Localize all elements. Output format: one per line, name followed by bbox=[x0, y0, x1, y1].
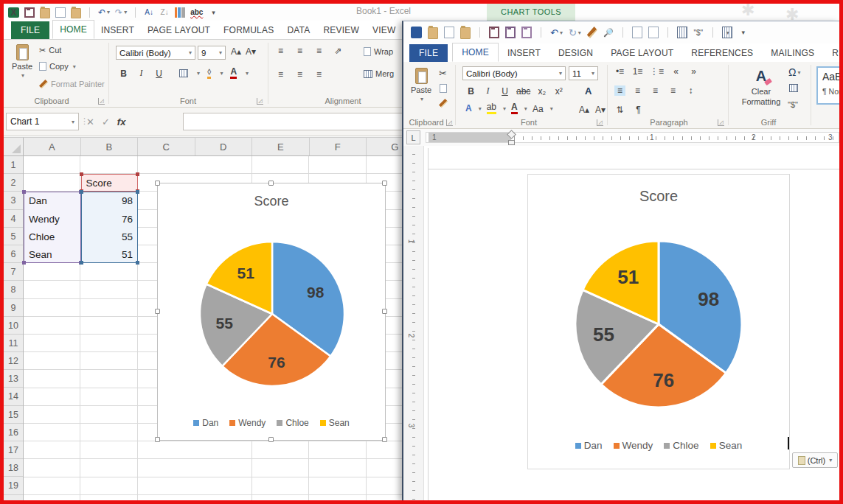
cell-B2[interactable]: Score bbox=[82, 175, 138, 192]
row-header-13[interactable]: 13 bbox=[4, 370, 23, 388]
cell-B3[interactable]: 98 bbox=[82, 192, 138, 210]
font-size-combo[interactable]: 9▾ bbox=[198, 46, 226, 60]
chart-value-source-range[interactable]: 98765551 bbox=[81, 192, 139, 263]
folder-icon[interactable] bbox=[460, 27, 471, 39]
list-1[interactable]: 1≡ bbox=[632, 66, 643, 77]
align-3[interactable]: ≡ bbox=[667, 85, 679, 96]
dropdown-arrow[interactable]: ▾ bbox=[107, 9, 110, 15]
chart-legend[interactable]: DanWendyChloeSean bbox=[528, 440, 789, 451]
excel-tab-view[interactable]: VIEW bbox=[366, 21, 402, 39]
format-painter-button[interactable]: Format Painter bbox=[39, 78, 105, 90]
dropdown-arrow[interactable]: ▾ bbox=[124, 9, 127, 15]
word-tab-file[interactable]: FILE bbox=[409, 44, 448, 62]
font-dialog-launcher[interactable]: ◿ bbox=[597, 119, 603, 126]
format-1[interactable]: I bbox=[482, 85, 493, 97]
wrap-text-button[interactable]: Wrap bbox=[364, 46, 393, 57]
open-folder-icon[interactable] bbox=[428, 27, 438, 39]
row-header-11[interactable]: 11 bbox=[4, 335, 23, 352]
open-folder-icon[interactable] bbox=[40, 8, 50, 18]
word-tab-review[interactable]: REVIEW bbox=[823, 44, 839, 62]
cell-A3[interactable]: Dan bbox=[24, 192, 80, 210]
cell-A5[interactable]: Chloe bbox=[24, 228, 80, 246]
range-handle[interactable] bbox=[80, 172, 83, 176]
halign-2[interactable]: ≡ bbox=[313, 69, 325, 80]
chart-category-source-range[interactable]: DanWendyChloeSean bbox=[24, 192, 81, 263]
format-5[interactable]: x² bbox=[553, 86, 564, 97]
legend-item-wendy[interactable]: Wendy bbox=[614, 440, 653, 451]
legend-item-sean[interactable]: Sean bbox=[320, 418, 350, 428]
word-chart-object[interactable]: Score 98765551 DanWendyChloeSean bbox=[527, 174, 790, 469]
sort-az-icon[interactable]: A↓ bbox=[144, 7, 154, 18]
row-header-1[interactable]: 1 bbox=[4, 156, 23, 174]
chart-selection-handle[interactable] bbox=[155, 437, 160, 442]
chart-selection-handle[interactable] bbox=[268, 181, 274, 186]
clear-formatting-button[interactable]: A Clear Formatting bbox=[737, 68, 785, 108]
horizontal-ruler[interactable]: 1 1 2 3 bbox=[426, 132, 839, 143]
legend-item-chloe[interactable]: Chloe bbox=[277, 418, 308, 428]
excel-chart-object[interactable]: Score 98765551 DanWendyChloeSean bbox=[157, 183, 386, 441]
range-handle[interactable] bbox=[22, 261, 26, 265]
table-grid-button[interactable] bbox=[789, 84, 798, 92]
format-2[interactable]: U bbox=[153, 69, 164, 79]
undo-icon[interactable]: ↶▾ bbox=[550, 27, 563, 38]
font-color-icon[interactable]: A bbox=[511, 103, 518, 114]
font-color-icon[interactable]: A bbox=[230, 68, 237, 79]
shrink-font-button[interactable]: A▾ bbox=[246, 46, 256, 57]
change-case-button[interactable]: Aa bbox=[532, 104, 544, 114]
text-effects-icon[interactable]: A bbox=[465, 105, 472, 113]
table-grid-icon[interactable] bbox=[677, 27, 687, 38]
halign-1[interactable]: ≡ bbox=[294, 69, 305, 80]
align-1[interactable]: ≡ bbox=[632, 85, 643, 96]
column-header-B[interactable]: B bbox=[81, 138, 139, 155]
paste-dropdown-arrow[interactable]: ▾ bbox=[420, 96, 423, 102]
copy-button[interactable] bbox=[440, 84, 447, 93]
row-header-6[interactable]: 6 bbox=[4, 245, 23, 263]
column-header-A[interactable]: A bbox=[24, 138, 81, 155]
list-0[interactable]: •≡ bbox=[614, 66, 625, 77]
align-4[interactable]: ↕ bbox=[685, 85, 696, 96]
format-4[interactable]: x₂ bbox=[536, 86, 547, 97]
word-tab-insert[interactable]: INSERT bbox=[499, 44, 549, 62]
list-3[interactable]: « bbox=[670, 66, 681, 77]
font-name-combo[interactable]: Calibri (Body)▾ bbox=[116, 46, 195, 60]
excel-tab-review[interactable]: REVIEW bbox=[316, 21, 366, 39]
format-painter-icon[interactable] bbox=[587, 27, 597, 38]
excel-tab-page-layout[interactable]: PAGE LAYOUT bbox=[141, 21, 217, 39]
chart-selection-handle[interactable] bbox=[268, 437, 274, 442]
grow-font-button[interactable]: A▴ bbox=[579, 105, 589, 115]
excel-tab-insert[interactable]: INSERT bbox=[94, 21, 141, 39]
chart-selection-handle[interactable] bbox=[382, 181, 387, 186]
undo-icon[interactable]: ↶▾ bbox=[98, 7, 110, 18]
row-header-4[interactable]: 4 bbox=[4, 210, 23, 228]
legend-item-dan[interactable]: Dan bbox=[193, 418, 218, 428]
legend-item-sean[interactable]: Sean bbox=[710, 440, 743, 451]
paste-dropdown-arrow[interactable]: ▾ bbox=[21, 72, 24, 79]
row-header-5[interactable]: 5 bbox=[4, 228, 23, 245]
print-preview-icon[interactable]: 🔎 bbox=[603, 27, 614, 38]
save-icon[interactable] bbox=[489, 27, 499, 38]
row-header-12[interactable]: 12 bbox=[4, 352, 23, 370]
column-header-C[interactable]: C bbox=[138, 138, 195, 155]
sort-za-icon[interactable]: Z↓ bbox=[159, 7, 170, 18]
cell-B5[interactable]: 55 bbox=[82, 228, 138, 246]
fill-color-icon[interactable]: ⬨ bbox=[207, 68, 211, 79]
vertical-ruler[interactable]: 1 2 3 bbox=[403, 146, 424, 500]
new-document-icon[interactable] bbox=[444, 27, 454, 38]
range-handle[interactable] bbox=[22, 190, 26, 194]
align-2[interactable]: ≡ bbox=[650, 85, 661, 96]
new-note-icon[interactable] bbox=[648, 27, 659, 38]
column-header-D[interactable]: D bbox=[195, 138, 253, 155]
valign-1[interactable]: ≡ bbox=[294, 46, 305, 56]
row-header-7[interactable]: 7 bbox=[4, 263, 23, 281]
spelling-icon[interactable]: abc bbox=[190, 7, 203, 18]
chart-legend[interactable]: DanWendyChloeSean bbox=[158, 418, 385, 428]
valign-3[interactable]: ⇗ bbox=[333, 46, 344, 56]
shrink-font-button[interactable]: A▾ bbox=[595, 105, 606, 115]
column-header-E[interactable]: E bbox=[252, 138, 310, 155]
excel-tab-data[interactable]: DATA bbox=[280, 21, 316, 39]
cell-A6[interactable]: Sean bbox=[24, 246, 80, 264]
paste-options-button[interactable]: (Ctrl) ▾ bbox=[792, 452, 838, 468]
format-3[interactable]: abc bbox=[516, 86, 530, 97]
list-2[interactable]: ⋮≡ bbox=[650, 66, 664, 77]
word-tab-home[interactable]: HOME bbox=[452, 43, 499, 62]
